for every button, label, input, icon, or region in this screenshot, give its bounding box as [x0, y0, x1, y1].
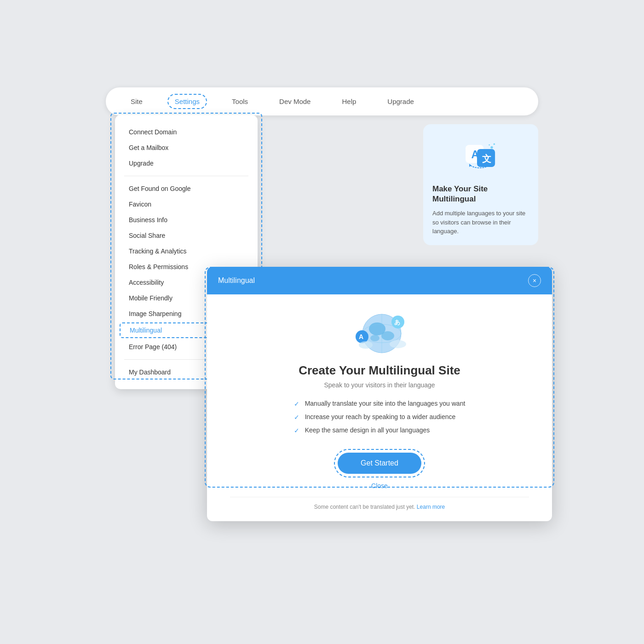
menu-google[interactable]: Get Found on Google — [115, 181, 258, 196]
card-desc: Add multiple languages to your site so v… — [432, 209, 529, 236]
nav-devmode[interactable]: Dev Mode — [273, 95, 317, 108]
close-link[interactable]: Close — [230, 482, 529, 489]
divider-1 — [124, 176, 248, 176]
modal-main-title: Create Your Multilingual Site — [230, 363, 529, 378]
nav-settings[interactable]: Settings — [167, 94, 207, 109]
feature-text-3: Keep the same design in all your languag… — [305, 426, 430, 434]
card-title: Make Your Site Multilingual — [432, 184, 529, 204]
menu-tracking[interactable]: Tracking & Analytics — [115, 243, 258, 259]
globe-icon: A あ — [352, 308, 407, 354]
feature-list: ✓ Manually translate your site into the … — [294, 400, 466, 440]
menu-get-mailbox[interactable]: Get a Mailbox — [115, 140, 258, 155]
feature-item-1: ✓ Manually translate your site into the … — [294, 400, 466, 408]
svg-text:文: 文 — [482, 154, 491, 164]
menu-upgrade[interactable]: Upgrade — [115, 155, 258, 171]
feature-text-2: Increase your reach by speaking to a wid… — [305, 413, 456, 420]
feature-item-2: ✓ Increase your reach by speaking to a w… — [294, 413, 466, 421]
get-started-button[interactable]: Get Started — [338, 453, 421, 474]
nav-tools[interactable]: Tools — [225, 95, 254, 108]
menu-favicon[interactable]: Favicon — [115, 196, 258, 212]
svg-point-6 — [490, 146, 493, 149]
svg-text:あ: あ — [394, 319, 400, 326]
modal-dialog: Multilingual × A — [207, 267, 552, 521]
nav-site[interactable]: Site — [124, 95, 149, 108]
modal-body: A あ Create Your Multilingual Site Speak … — [207, 294, 552, 521]
svg-point-20 — [359, 341, 373, 349]
svg-point-13 — [370, 335, 380, 341]
learn-more-link[interactable]: Learn more — [417, 504, 445, 510]
svg-text:A: A — [359, 333, 363, 340]
nav-help[interactable]: Help — [335, 95, 362, 108]
feature-text-1: Manually translate your site into the la… — [305, 400, 466, 407]
feature-item-3: ✓ Keep the same design in all your langu… — [294, 426, 466, 434]
scene: Site Settings Tools Dev Mode Help Upgrad… — [69, 69, 575, 575]
svg-marker-4 — [469, 164, 471, 167]
modal-header: Multilingual × — [207, 267, 552, 294]
card-translate-icon: A 文 — [462, 138, 499, 175]
svg-point-7 — [494, 144, 495, 145]
check-icon-2: ✓ — [294, 414, 299, 421]
menu-social-share[interactable]: Social Share — [115, 228, 258, 243]
footer-text: Some content can't be translated just ye… — [230, 497, 529, 510]
multilingual-card: A 文 Make Your Site Multilingual Add mult… — [423, 124, 538, 245]
svg-point-12 — [381, 331, 394, 340]
menu-connect-domain[interactable]: Connect Domain — [115, 124, 258, 140]
modal-subtitle: Speak to your visitors in their language — [230, 381, 529, 389]
svg-point-21 — [390, 340, 406, 348]
modal-close-button[interactable]: × — [528, 274, 541, 287]
nav-upgrade[interactable]: Upgrade — [381, 95, 420, 108]
modal-title: Multilingual — [218, 276, 255, 285]
check-icon-1: ✓ — [294, 400, 299, 408]
menu-business-info[interactable]: Business Info — [115, 212, 258, 228]
top-nav: Site Settings Tools Dev Mode Help Upgrad… — [106, 87, 538, 115]
svg-point-8 — [489, 144, 490, 146]
check-icon-3: ✓ — [294, 427, 299, 434]
